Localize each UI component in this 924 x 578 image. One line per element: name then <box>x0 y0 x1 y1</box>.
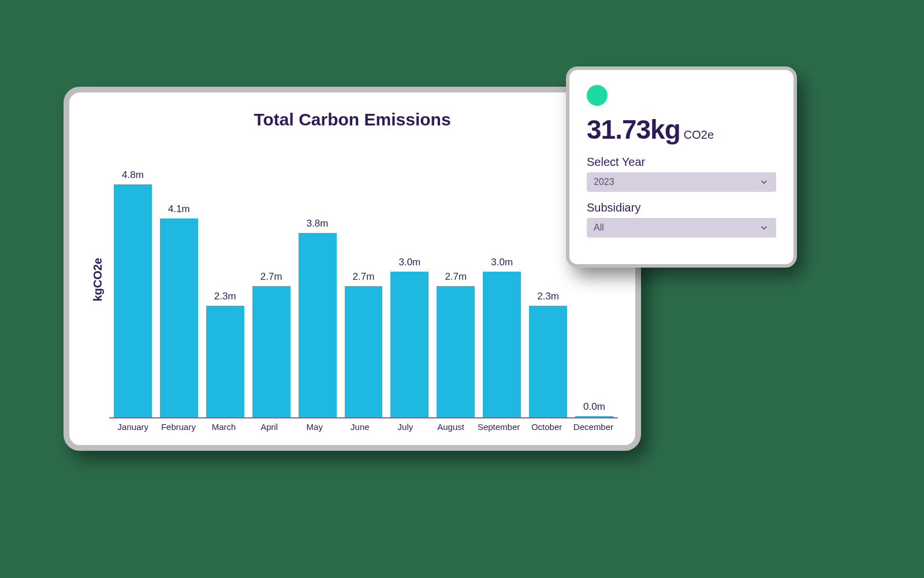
y-axis-label: kgCO2e <box>87 258 109 302</box>
bar-value-label: 4.1m <box>168 203 190 215</box>
subsidiary-select-value: All <box>594 223 604 233</box>
bar <box>160 218 198 417</box>
subsidiary-label: Subsidiary <box>587 201 776 214</box>
x-tick-label: February <box>160 422 198 432</box>
year-select[interactable]: 2023 <box>587 172 776 192</box>
x-tick-label: June <box>341 422 379 432</box>
x-tick-label: July <box>387 422 424 432</box>
bar <box>299 233 337 417</box>
chart-title: Total Carbon Emissions <box>87 110 618 129</box>
x-tick-label: May <box>296 422 333 432</box>
bar-slot: 2.3m <box>206 141 244 417</box>
year-field: Select Year 2023 <box>587 155 776 192</box>
bar <box>437 286 475 417</box>
bar-slot: 2.7m <box>252 141 290 417</box>
total-unit: CO2e <box>684 128 714 142</box>
chevron-down-icon <box>759 223 769 233</box>
bar-value-label: 3.0m <box>491 257 513 268</box>
year-label: Select Year <box>587 155 776 169</box>
bar-value-label: 0.0m <box>583 401 605 413</box>
bar-value-label: 3.0m <box>398 257 420 268</box>
x-tick-label: October <box>528 422 565 432</box>
bar <box>483 272 521 417</box>
bar-slot: 2.3m <box>529 141 567 417</box>
bar <box>206 306 244 417</box>
bars-region: 4.8m4.1m2.3m2.7m3.8m2.7m3.0m2.7m3.0m2.3m… <box>109 141 618 418</box>
bar-value-label: 2.3m <box>214 291 236 302</box>
total-emissions: 31.73kg CO2e <box>587 114 776 145</box>
bar-value-label: 2.7m <box>353 271 375 283</box>
bar <box>345 286 383 417</box>
bar-slot: 3.0m <box>483 141 521 417</box>
bar-value-label: 3.8m <box>307 218 329 229</box>
bar <box>575 416 613 417</box>
year-select-value: 2023 <box>594 177 614 187</box>
chart-plot-area: kgCO2e 4.8m4.1m2.3m2.7m3.8m2.7m3.0m2.7m3… <box>87 141 618 418</box>
bar-value-label: 4.8m <box>122 169 144 181</box>
x-tick-label: September <box>478 422 520 432</box>
x-tick-label: March <box>205 422 243 432</box>
bar <box>114 184 152 417</box>
bar-slot: 4.8m <box>114 141 152 417</box>
x-tick-label: August <box>432 422 470 432</box>
bar-value-label: 2.7m <box>445 271 467 283</box>
bar-value-label: 2.7m <box>260 271 282 283</box>
x-tick-label: December <box>573 422 613 432</box>
total-value: 31.73kg <box>587 114 680 145</box>
subsidiary-select[interactable]: All <box>587 218 776 238</box>
bar <box>390 272 429 417</box>
x-tick-label: April <box>251 422 288 432</box>
emissions-chart-card: Total Carbon Emissions kgCO2e 4.8m4.1m2.… <box>64 87 641 451</box>
bar <box>529 306 567 417</box>
subsidiary-field: Subsidiary All <box>587 201 776 238</box>
bar-slot: 3.0m <box>390 141 429 417</box>
chevron-down-icon <box>759 177 769 187</box>
bar-value-label: 2.3m <box>537 291 559 302</box>
status-dot-icon <box>587 85 608 106</box>
x-tick-label: January <box>114 422 152 432</box>
bar-slot: 4.1m <box>160 141 198 417</box>
bar-slot: 2.7m <box>345 141 383 417</box>
summary-panel: 31.73kg CO2e Select Year 2023 Subsidiary… <box>566 66 797 268</box>
x-axis-labels: JanuaryFebruaryMarchAprilMayJuneJulyAugu… <box>110 418 618 432</box>
bar <box>252 286 290 417</box>
bar-slot: 3.8m <box>299 141 337 417</box>
bar-slot: 2.7m <box>437 141 475 417</box>
